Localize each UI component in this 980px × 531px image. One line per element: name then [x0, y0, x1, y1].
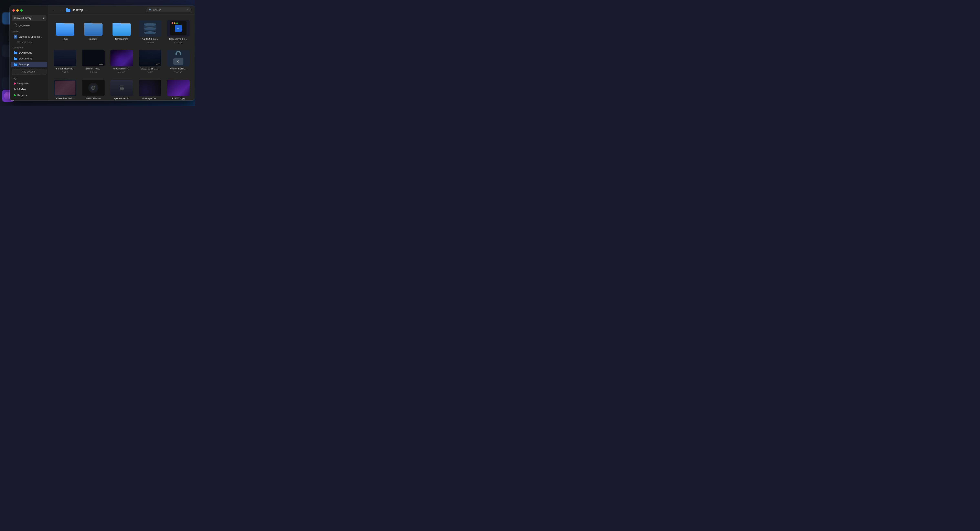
folder-name-label: Desktop [72, 8, 83, 12]
file-item[interactable]: SA702768.arw 51.1 MB [80, 78, 107, 100]
file-thumbnail [167, 50, 189, 66]
file-item[interactable]: 7923c368-85c... 106.2 MB [137, 19, 163, 45]
file-item[interactable]: MOV Screen Reco... 2.4 MB [80, 48, 107, 75]
maximize-button[interactable] [20, 9, 22, 12]
folder-icon [14, 57, 18, 60]
spacedrive-icon: → [170, 21, 186, 35]
image-thumb [82, 80, 105, 96]
file-name: CleanShot 202... [56, 97, 74, 100]
file-item[interactable]: CleanShot 202... 748.6 kB [52, 78, 78, 100]
file-thumbnail [54, 80, 76, 96]
image-thumb [139, 80, 161, 96]
tag-dot-keepsafe [14, 82, 16, 84]
add-location-button[interactable]: Add Location [12, 69, 46, 75]
file-item[interactable]: Screen Recordi... 7.8 MB [52, 48, 78, 75]
folder-icon [14, 63, 18, 66]
location-label: Desktop [19, 63, 29, 66]
image-thumb [110, 80, 133, 96]
file-thumbnail [54, 50, 76, 66]
file-size: 2.6 MB [146, 71, 153, 73]
file-thumbnail [54, 20, 76, 36]
close-button[interactable] [13, 9, 15, 12]
title-bar [10, 5, 49, 14]
file-item[interactable]: MKV 2022-10-18 01... 2.6 MB [137, 48, 163, 75]
sidebar-item-desktop[interactable]: Desktop [11, 62, 47, 67]
file-thumbnail: MKV [139, 50, 161, 66]
file-name: 7923c368-85c... [142, 38, 158, 40]
sidebar-item-tag-hidden[interactable]: Hidden [11, 87, 47, 92]
file-size: 820.3 kB [174, 71, 183, 73]
search-icon: 🔍 [149, 9, 152, 11]
file-name: 1193271.jpg [172, 97, 185, 100]
chevron-down-icon: ▾ [43, 16, 45, 19]
file-name: WallpaperDo... [142, 97, 158, 100]
db-icon [143, 22, 157, 35]
file-name: SA702768.arw [86, 97, 101, 100]
file-thumbnail [82, 20, 105, 36]
file-name: Spacedrive_0.1... [169, 38, 188, 40]
library-selector[interactable]: Jamie's Library ▾ [12, 15, 46, 21]
tag-dot-projects [14, 94, 16, 96]
minimize-button[interactable] [16, 9, 19, 12]
overview-icon [14, 24, 17, 27]
main-window: Jamie's Library ▾ Overview Nodes ⊞ Jamie… [10, 5, 195, 101]
file-grid: Tauri random Screenshots [49, 14, 195, 100]
file-name: dreamstime_x... [113, 67, 130, 70]
file-name: random [89, 38, 97, 40]
file-thumbnail: → [167, 20, 189, 36]
file-item[interactable]: random [80, 19, 107, 45]
file-name: spacedrive.zip [114, 97, 129, 100]
file-item[interactable]: spacedrive.zip 623 B [109, 78, 135, 100]
sidebar-item-overview[interactable]: Overview [11, 22, 47, 28]
node-name-label: Jamies-MBP.local... [19, 35, 42, 38]
tag-label: Hidden [18, 88, 26, 91]
sidebar-item-documents[interactable]: Documents [11, 56, 47, 61]
file-size: 7.8 MB [62, 71, 68, 73]
current-folder-path: Desktop ··· [66, 8, 145, 12]
sidebar-item-tag-projects[interactable]: Projects [11, 92, 47, 98]
folder-thumb [113, 21, 131, 36]
toolbar: ← → Desktop ··· 🔍 ⌘F [49, 5, 195, 14]
search-bar[interactable]: 🔍 ⌘F [146, 8, 191, 13]
connect-node-button[interactable]: Connect Node [10, 40, 49, 45]
tag-label: Projects [18, 94, 27, 97]
search-shortcut: ⌘F [186, 9, 190, 11]
location-label: Downloads [19, 51, 32, 54]
folder-thumb [84, 21, 102, 36]
file-name: 2022-10-18 01... [142, 67, 159, 70]
forward-button[interactable]: → [59, 8, 64, 13]
sidebar-item-label: Overview [19, 24, 30, 27]
file-thumbnail [82, 80, 105, 96]
file-item[interactable]: Tauri [52, 19, 78, 45]
back-button[interactable]: ← [52, 8, 57, 13]
file-item[interactable]: dreamstime_x... 4.4 MB [109, 48, 135, 75]
file-item[interactable]: dream_victim... 820.3 kB [165, 48, 191, 75]
file-item[interactable]: WallpaperDo... 1.2 MB [137, 78, 163, 100]
more-options-button[interactable]: ··· [84, 8, 89, 12]
folder-icon-toolbar [66, 8, 70, 12]
location-label: Documents [19, 57, 32, 60]
folder-icon [14, 51, 18, 54]
image-thumb [54, 80, 76, 96]
search-input[interactable] [153, 9, 185, 11]
sidebar-item-node[interactable]: ⊞ Jamies-MBP.local... [11, 33, 47, 40]
file-item[interactable]: Screenshots [109, 19, 135, 45]
lock-icon [172, 51, 185, 65]
file-name: dream_victim... [170, 67, 186, 70]
node-icon: ⊞ [14, 35, 18, 38]
file-format-badge: MKV [155, 63, 161, 65]
file-item[interactable]: 1193271.jpg [165, 78, 191, 100]
sidebar-item-tag-keepsafe[interactable]: Keepsafe [11, 81, 47, 86]
file-thumbnail [110, 20, 133, 36]
screenshot-thumb [54, 50, 76, 66]
sidebar-item-downloads[interactable]: Downloads [11, 50, 47, 55]
file-item[interactable]: → Spacedrive_0.1... 62.2 MB [165, 19, 191, 45]
file-thumbnail [139, 20, 161, 36]
file-thumbnail: MOV [82, 50, 105, 66]
file-thumbnail [110, 50, 133, 66]
sidebar: Jamie's Library ▾ Overview Nodes ⊞ Jamie… [10, 5, 49, 100]
image-thumb [167, 80, 189, 96]
file-name: Screen Recordi... [56, 67, 74, 70]
file-thumbnail [167, 80, 189, 96]
file-thumbnail [110, 80, 133, 96]
